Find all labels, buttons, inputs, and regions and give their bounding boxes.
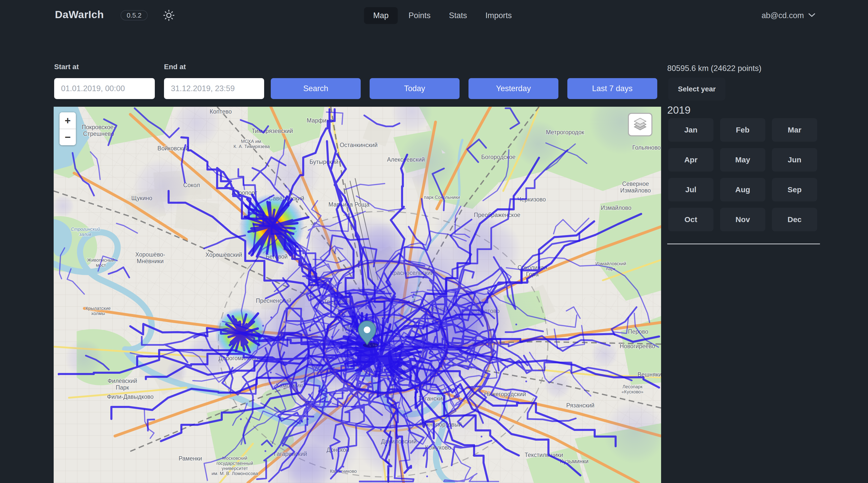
month-button-jan[interactable]: Jan [668, 118, 713, 142]
chevron-down-icon [808, 12, 816, 19]
sidebar-divider [667, 244, 820, 244]
svg-text:Хорошёвский: Хорошёвский [206, 252, 242, 258]
svg-text:Покровское-Стрешнево: Покровское-Стрешнево [82, 124, 116, 137]
layers-icon [632, 117, 648, 132]
tab-map[interactable]: Map [364, 7, 398, 24]
month-grid: Jan Feb Mar Apr May Jun Jul Aug Sep Oct … [668, 118, 817, 231]
month-button-apr[interactable]: Apr [668, 148, 713, 171]
svg-text:Измайлово: Измайлово [601, 204, 631, 211]
svg-text:СеверноеИзмайлово: СеверноеИзмайлово [620, 181, 651, 194]
main-nav-tabs: Map Points Stats Imports [364, 7, 520, 24]
version-badge: 0.5.2 [121, 10, 148, 21]
map-layers-control[interactable] [628, 113, 652, 136]
start-at-input[interactable] [54, 78, 155, 99]
svg-text:Раменки: Раменки [179, 455, 202, 462]
svg-text:Новогиреево: Новогиреево [620, 343, 655, 350]
select-year-button[interactable]: Select year [668, 77, 725, 101]
svg-text:Хорошёво-Мнёвники: Хорошёво-Мнёвники [135, 251, 165, 264]
yesterday-button[interactable]: Yesterday [468, 78, 558, 99]
tab-points[interactable]: Points [401, 7, 438, 24]
zoom-in-button[interactable]: + [60, 112, 76, 129]
month-button-jun[interactable]: Jun [772, 148, 817, 171]
month-button-may[interactable]: May [720, 148, 765, 171]
month-button-feb[interactable]: Feb [720, 118, 765, 142]
tab-stats[interactable]: Stats [441, 7, 475, 24]
month-button-nov[interactable]: Nov [720, 208, 765, 231]
last-7-days-button[interactable]: Last 7 days [567, 78, 657, 99]
map-canvas[interactable]: Покровское-СтрешневоКоптевоМСХА им.К. А.… [54, 107, 661, 483]
month-button-jul[interactable]: Jul [668, 178, 713, 201]
map-zoom-control: + − [60, 112, 76, 145]
svg-text:Текстильщики: Текстильщики [525, 452, 563, 458]
search-button[interactable]: Search [271, 78, 361, 99]
month-button-aug[interactable]: Aug [720, 178, 765, 201]
navbar: DaWarIch 0.5.2 Map Points Stats Imports … [0, 0, 868, 31]
user-menu[interactable]: ab@cd.com [762, 8, 816, 24]
tab-imports[interactable]: Imports [478, 7, 519, 24]
zoom-out-button[interactable]: − [60, 129, 76, 146]
month-button-dec[interactable]: Dec [772, 208, 817, 231]
sun-icon [163, 9, 175, 22]
end-at-label: End at [164, 63, 186, 71]
app-logo[interactable]: DaWarIch [55, 9, 104, 21]
start-at-label: Start at [54, 63, 79, 71]
map-render: Покровское-СтрешневоКоптевоМСХА им.К. А.… [54, 107, 661, 483]
month-button-mar[interactable]: Mar [772, 118, 817, 142]
distance-points-stats: 80595.6 km (24622 points) [667, 64, 762, 73]
user-email: ab@cd.com [762, 11, 804, 20]
svg-text:Останкинский: Останкинский [340, 142, 377, 148]
month-button-oct[interactable]: Oct [668, 208, 713, 231]
month-button-sep[interactable]: Sep [772, 178, 817, 201]
theme-toggle-button[interactable] [161, 8, 176, 23]
svg-text:Фили-Давыдково: Фили-Давыдково [107, 393, 154, 400]
end-at-input[interactable] [164, 78, 264, 99]
svg-text:Рязанский: Рязанский [566, 402, 594, 409]
year-heading: 2019 [667, 104, 690, 116]
svg-text:Лесопарк«Кусково»: Лесопарк«Кусково» [621, 384, 644, 394]
today-button[interactable]: Today [370, 78, 460, 99]
svg-text:Богородское: Богородское [481, 154, 516, 160]
